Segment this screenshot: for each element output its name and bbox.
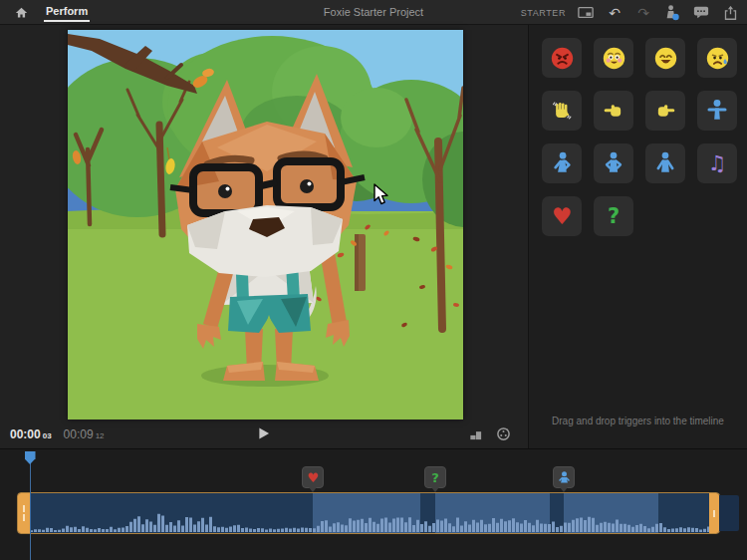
clip-trim-handle-right[interactable] xyxy=(709,493,719,533)
starter-mode-label: STARTER xyxy=(521,8,566,18)
stage-panel: 00:0003 00:0912 xyxy=(0,25,528,448)
current-time: 00:00 xyxy=(10,427,41,441)
trigger-pose-arms-out[interactable] xyxy=(697,91,737,131)
trigger-pose-hands-on-hips[interactable] xyxy=(594,143,633,183)
scene-illustration xyxy=(68,30,463,420)
transport-bar: 00:0003 00:0912 xyxy=(0,420,528,448)
trigger-music[interactable]: ♫ xyxy=(697,143,737,183)
share-icon[interactable] xyxy=(721,4,739,22)
trigger-blush[interactable] xyxy=(594,38,633,78)
trigger-pose-arms-down[interactable] xyxy=(645,143,685,183)
blocks-icon[interactable] xyxy=(466,425,484,443)
tab-perform[interactable]: Perform xyxy=(44,1,90,23)
tab-perform-label: Perform xyxy=(46,5,88,17)
live-inputs-icon[interactable] xyxy=(663,4,681,22)
trigger-pose-hand-on-hip[interactable] xyxy=(542,143,582,183)
trigger-sad[interactable] xyxy=(697,38,737,78)
home-icon[interactable] xyxy=(12,3,30,21)
starter-mode-icon[interactable] xyxy=(577,4,595,22)
undo-icon[interactable]: ↶ xyxy=(606,4,623,22)
triggers-hint: Drag and drop triggers into the timeline xyxy=(529,416,747,426)
trigger-point-right[interactable] xyxy=(645,91,685,131)
clip-trimmed-remainder xyxy=(719,495,739,531)
feedback-icon[interactable] xyxy=(692,4,710,22)
duration-frames: 12 xyxy=(96,431,105,440)
clip-trim-handle-left[interactable] xyxy=(18,493,30,533)
live-status-dot xyxy=(672,14,678,20)
stage-canvas[interactable] xyxy=(68,30,463,420)
trigger-heart[interactable]: ♥ xyxy=(542,196,582,236)
play-button[interactable] xyxy=(252,422,276,444)
tab-active-underline xyxy=(44,20,90,22)
top-bar: Perform Foxie Starter Project STARTER ↶ … xyxy=(0,0,747,25)
playhead-handle[interactable] xyxy=(25,451,36,464)
trigger-point-left[interactable] xyxy=(594,91,633,131)
clip-body[interactable] xyxy=(30,493,709,533)
play-icon xyxy=(258,426,270,440)
trigger-laugh[interactable] xyxy=(645,38,685,78)
timeline-panel: ♥? xyxy=(0,448,747,560)
character-animator-window: Perform Foxie Starter Project STARTER ↶ … xyxy=(0,0,747,560)
trigger-wave[interactable] xyxy=(542,91,582,131)
audio-clip[interactable] xyxy=(18,493,719,533)
film-reel-icon[interactable] xyxy=(494,425,512,443)
playhead-line xyxy=(30,454,32,560)
timeline-marker-pose[interactable] xyxy=(553,466,575,488)
duration-time: 00:09 xyxy=(64,427,94,441)
timeline-marker-question[interactable]: ? xyxy=(424,466,446,488)
trigger-question[interactable]: ? xyxy=(594,196,633,236)
redo-icon[interactable]: ↷ xyxy=(634,4,652,22)
timecode: 00:0003 00:0912 xyxy=(10,427,105,441)
audio-waveform xyxy=(30,494,709,532)
current-frames: 03 xyxy=(43,431,52,440)
triggers-panel: ♫♥? Drag and drop triggers into the time… xyxy=(528,25,747,448)
timeline-marker-heart[interactable]: ♥ xyxy=(302,466,324,488)
trigger-angry[interactable] xyxy=(542,38,582,78)
trigger-grid: ♫♥? xyxy=(542,38,737,236)
